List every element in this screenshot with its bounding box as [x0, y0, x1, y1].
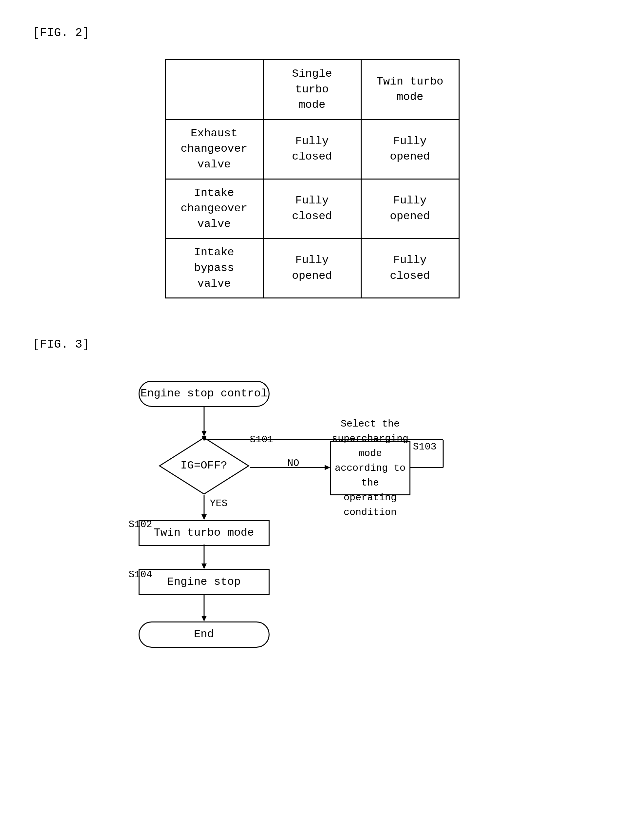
- svg-marker-3: [201, 514, 207, 520]
- arrows-svg: [83, 371, 541, 764]
- exhaust-twin: Fully opened: [361, 119, 459, 179]
- diamond-node: IG=OFF?: [158, 436, 250, 496]
- flowchart: Engine stop control IG=OFF? S101 NO YES …: [83, 371, 541, 764]
- s103-label: S103: [413, 441, 437, 452]
- twin-turbo-node: Twin turbo mode: [139, 520, 270, 546]
- svg-marker-9: [324, 465, 330, 470]
- valve-table: Single turbomode Twin turbomode Exhaustc…: [165, 59, 460, 298]
- row-header-intake-changeover: Intakechangeover valve: [165, 179, 263, 238]
- diamond-inner: IG=OFF?: [158, 436, 250, 496]
- end-label: End: [194, 627, 214, 642]
- table-header-single: Single turbomode: [263, 60, 361, 120]
- engine-stop-node: Engine stop: [139, 569, 270, 595]
- select-mode-label: Select thesupercharging modeaccording to…: [331, 417, 409, 520]
- fig2-section: [FIG. 2] Single turbomode Twin turbomode…: [33, 26, 591, 298]
- exhaust-single: Fully closed: [263, 119, 361, 179]
- no-label: NO: [287, 458, 300, 469]
- twin-turbo-label: Twin turbo mode: [154, 525, 254, 541]
- table-header-empty: [165, 60, 263, 120]
- table-row: Intakechangeover valve Fully closed Full…: [165, 179, 459, 238]
- svg-marker-7: [201, 616, 207, 621]
- s101-label: S101: [250, 434, 273, 445]
- start-node: Engine stop control: [139, 381, 270, 407]
- yes-label: YES: [210, 498, 228, 509]
- intake-changeover-single: Fully closed: [263, 179, 361, 238]
- table-section: Single turbomode Twin turbomode Exhaustc…: [33, 59, 591, 298]
- fig3-label: [FIG. 3]: [33, 338, 591, 351]
- svg-marker-5: [201, 564, 207, 569]
- table-row: Intakebypass valve Fully opened Fully cl…: [165, 238, 459, 298]
- diamond-text: IG=OFF?: [181, 458, 227, 474]
- end-node: End: [139, 621, 270, 648]
- table-header-twin: Twin turbomode: [361, 60, 459, 120]
- fig3-section: [FIG. 3]: [33, 338, 591, 764]
- select-mode-node: Select thesupercharging modeaccording to…: [330, 441, 411, 496]
- page: [FIG. 2] Single turbomode Twin turbomode…: [0, 0, 624, 790]
- intake-bypass-twin: Fully closed: [361, 238, 459, 298]
- engine-stop-label: Engine stop: [167, 574, 241, 590]
- fig2-label: [FIG. 2]: [33, 26, 591, 40]
- row-header-exhaust: Exhaustchangeover valve: [165, 119, 263, 179]
- intake-changeover-twin: Fully opened: [361, 179, 459, 238]
- row-header-intake-bypass: Intakebypass valve: [165, 238, 263, 298]
- svg-marker-1: [201, 431, 207, 436]
- table-row: Exhaustchangeover valve Fully closed Ful…: [165, 119, 459, 179]
- start-label: Engine stop control: [141, 386, 267, 401]
- intake-bypass-single: Fully opened: [263, 238, 361, 298]
